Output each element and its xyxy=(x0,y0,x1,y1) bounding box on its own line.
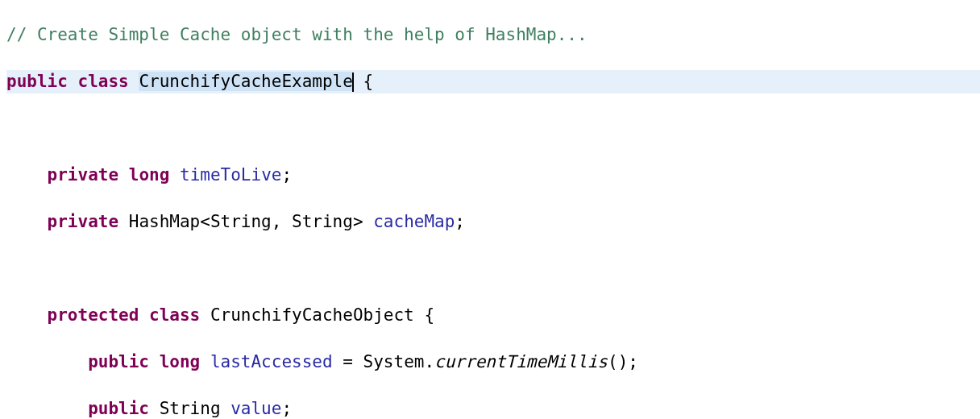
kw-class: class xyxy=(149,305,200,325)
field-lastAccessed: lastAccessed xyxy=(210,352,333,371)
type-string: String xyxy=(160,399,221,418)
call-suffix: (); xyxy=(608,352,638,371)
code-line: public long lastAccessed = System.curren… xyxy=(6,351,980,374)
kw-private: private xyxy=(48,212,119,231)
kw-protected: protected xyxy=(48,305,139,325)
semi: ; xyxy=(281,399,292,418)
semi: ; xyxy=(281,165,292,185)
kw-public: public xyxy=(6,72,68,91)
code-line: // Create Simple Cache object with the h… xyxy=(6,23,980,47)
kw-public: public xyxy=(88,352,149,371)
brace: { xyxy=(414,305,434,325)
comment: // Create Simple Cache object with the h… xyxy=(6,25,588,44)
inner-class-name: CrunchifyCacheObject xyxy=(210,305,414,325)
kw-long: long xyxy=(160,352,201,371)
text-caret xyxy=(352,73,354,92)
kw-class: class xyxy=(78,72,129,91)
code-line-current: public class CrunchifyCacheExample { xyxy=(6,70,980,93)
code-line xyxy=(6,117,980,140)
field-value: value xyxy=(230,399,281,418)
field-cacheMap: cacheMap xyxy=(373,212,455,231)
kw-private: private xyxy=(48,165,119,185)
field-timeToLive: timeToLive xyxy=(180,165,281,185)
code-line: private long timeToLive; xyxy=(6,164,980,187)
method-currentTimeMillis: currentTimeMillis xyxy=(434,352,608,371)
code-line xyxy=(6,257,980,280)
semi: ; xyxy=(455,212,465,231)
kw-long: long xyxy=(129,165,170,185)
code-editor[interactable]: // Create Simple Cache object with the h… xyxy=(0,0,980,419)
code-line: protected class CrunchifyCacheObject { xyxy=(6,304,980,327)
system: System. xyxy=(363,352,435,371)
eq: = xyxy=(333,352,363,371)
brace: { xyxy=(353,72,373,91)
code-line: public String value; xyxy=(6,397,980,419)
code-line: private HashMap<String, String> cacheMap… xyxy=(6,210,980,234)
kw-public: public xyxy=(88,399,149,418)
type-hashmap: HashMap<String, String> xyxy=(129,212,363,231)
selection-class-name: CrunchifyCacheExample xyxy=(139,72,353,91)
